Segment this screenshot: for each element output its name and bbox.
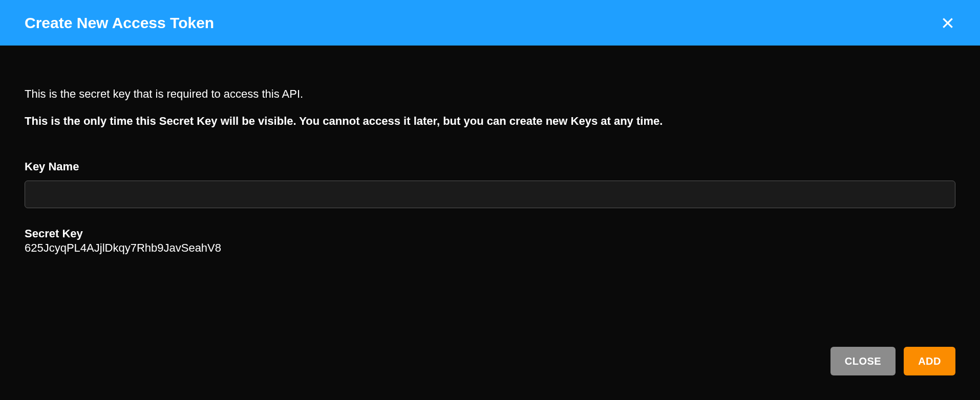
secret-key-group: Secret Key 625JcyqPL4AJjlDkqy7Rhb9JavSea… [25, 227, 955, 256]
secret-key-value: 625JcyqPL4AJjlDkqy7Rhb9JavSeahV8 [25, 241, 955, 256]
key-name-group: Key Name [25, 160, 955, 208]
close-button[interactable]: CLOSE [830, 347, 896, 375]
key-name-input[interactable] [25, 181, 955, 208]
modal-footer: CLOSE ADD [25, 347, 955, 375]
modal-content: This is the secret key that is required … [0, 46, 980, 400]
close-icon[interactable] [940, 15, 955, 31]
modal-header: Create New Access Token [0, 0, 980, 46]
secret-key-label: Secret Key [25, 227, 955, 241]
modal-title: Create New Access Token [25, 14, 214, 32]
key-name-label: Key Name [25, 160, 955, 173]
add-button[interactable]: ADD [904, 347, 955, 375]
description-text: This is the secret key that is required … [25, 86, 955, 102]
create-token-modal: Create New Access Token This is the secr… [0, 0, 980, 400]
warning-text: This is the only time this Secret Key wi… [25, 114, 955, 129]
